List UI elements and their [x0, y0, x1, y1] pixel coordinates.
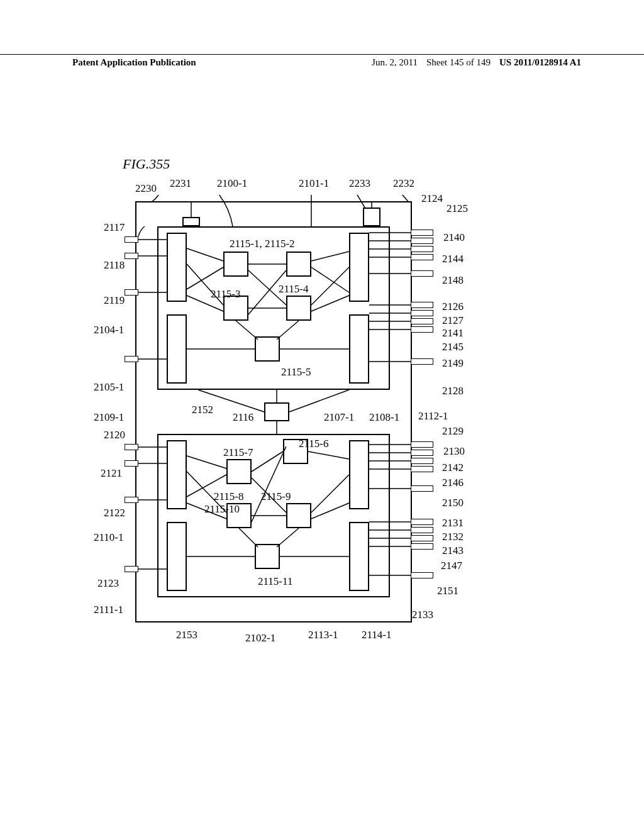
label-2130: 2130 — [443, 445, 465, 458]
label-2146: 2146 — [442, 477, 464, 489]
block-2111-1 — [167, 522, 187, 591]
tab-2140 — [411, 246, 433, 252]
tab-2150 — [411, 485, 433, 492]
label-2112-1: 2112-1 — [418, 410, 448, 423]
block-2115-9 — [286, 503, 311, 528]
block-2115-2 — [286, 252, 311, 277]
label-2111-1: 2111-1 — [94, 604, 123, 616]
label-2110-1: 2110-1 — [94, 531, 124, 544]
label-2115-1-2: 2115-1, 2115-2 — [230, 238, 295, 250]
label-2101-1: 2101-1 — [299, 177, 329, 190]
block-2105-1 — [167, 314, 187, 384]
label-2148: 2148 — [442, 274, 464, 287]
tab-2145 — [411, 326, 433, 333]
label-2132: 2132 — [442, 531, 464, 543]
label-2147: 2147 — [441, 560, 462, 572]
label-2115-4: 2115-4 — [279, 283, 309, 296]
label-2126: 2126 — [442, 301, 464, 313]
tab-2117 — [125, 236, 138, 243]
tab-2127 — [411, 310, 433, 316]
label-2109-1: 2109-1 — [94, 411, 124, 424]
label-2120: 2120 — [104, 429, 125, 441]
tab-2104-1-io — [125, 356, 138, 362]
block-2116 — [264, 402, 289, 421]
block-2104-1 — [167, 233, 187, 302]
label-2152: 2152 — [192, 404, 213, 416]
tab-2124 — [411, 230, 433, 236]
label-2140: 2140 — [443, 231, 465, 244]
label-2115-8: 2115-8 — [214, 490, 244, 503]
tab-2151 — [411, 572, 433, 578]
tab-2125 — [411, 238, 433, 244]
label-2107-1: 2107-1 — [324, 411, 354, 424]
label-2145: 2145 — [442, 341, 464, 353]
label-2151: 2151 — [437, 585, 458, 597]
label-2133: 2133 — [412, 609, 433, 621]
header-sheet: Sheet 145 of 149 — [426, 57, 491, 68]
label-2127: 2127 — [442, 314, 464, 327]
label-2149: 2149 — [442, 357, 464, 370]
block-2232 — [363, 208, 380, 226]
label-2131: 2131 — [442, 517, 464, 529]
label-2124: 2124 — [421, 192, 443, 205]
tab-2142 — [411, 458, 433, 464]
label-2119: 2119 — [104, 294, 125, 307]
block-2108-1 — [349, 314, 369, 384]
tab-2121 — [125, 460, 138, 467]
tab-2119 — [125, 289, 138, 296]
label-2104-1: 2104-1 — [94, 324, 124, 336]
block-2115-5 — [255, 336, 280, 362]
label-2231: 2231 — [170, 177, 191, 190]
tab-2143 — [411, 535, 433, 541]
label-2121: 2121 — [101, 467, 122, 480]
label-2232: 2232 — [393, 177, 414, 190]
block-2110-1 — [167, 440, 187, 509]
label-2115-7: 2115-7 — [223, 446, 253, 459]
tab-2147 — [411, 543, 433, 550]
tab-2123 — [125, 566, 138, 572]
label-2141: 2141 — [442, 327, 464, 340]
label-2115-11: 2115-11 — [258, 575, 292, 588]
label-2115-9: 2115-9 — [261, 490, 291, 503]
label-2230: 2230 — [135, 182, 157, 195]
page-header: Patent Application Publication Jun. 2, 2… — [0, 54, 644, 68]
label-2100-1: 2100-1 — [217, 177, 247, 190]
tab-2120 — [125, 444, 138, 450]
block-2113-1 — [349, 440, 369, 509]
label-2115-10: 2115-10 — [204, 503, 240, 516]
label-2118: 2118 — [104, 259, 125, 272]
label-2117: 2117 — [104, 221, 125, 234]
label-2142: 2142 — [442, 462, 464, 474]
label-2143: 2143 — [442, 545, 464, 557]
label-2233: 2233 — [349, 177, 370, 190]
label-2150: 2150 — [442, 497, 464, 509]
tab-2129 — [411, 441, 433, 448]
label-2114-1: 2114-1 — [362, 629, 392, 641]
block-2231 — [182, 217, 200, 226]
tab-2149 — [411, 358, 433, 365]
tab-2126 — [411, 302, 433, 308]
tab-2146 — [411, 466, 433, 472]
label-2153: 2153 — [176, 629, 197, 641]
tab-2132 — [411, 527, 433, 533]
label-2115-6: 2115-6 — [299, 438, 329, 450]
label-2123: 2123 — [97, 577, 119, 590]
header-left: Patent Application Publication — [72, 57, 196, 68]
label-2113-1: 2113-1 — [308, 629, 338, 641]
label-2129: 2129 — [442, 425, 464, 438]
label-2128: 2128 — [442, 385, 464, 397]
label-2115-3: 2115-3 — [211, 288, 241, 301]
block-2115-1 — [223, 252, 248, 277]
tab-2141 — [411, 318, 433, 324]
block-2107-1 — [349, 233, 369, 302]
tab-2144 — [411, 254, 433, 260]
tab-2118 — [125, 253, 138, 259]
tab-2122 — [125, 497, 138, 503]
label-2102-1: 2102-1 — [245, 632, 275, 645]
label-2125: 2125 — [447, 202, 468, 215]
label-2108-1: 2108-1 — [369, 411, 399, 424]
block-2115-11 — [255, 544, 280, 569]
header-pubno: US 2011/0128914 A1 — [499, 57, 581, 68]
label-2105-1: 2105-1 — [94, 381, 124, 394]
tab-2130 — [411, 450, 433, 456]
